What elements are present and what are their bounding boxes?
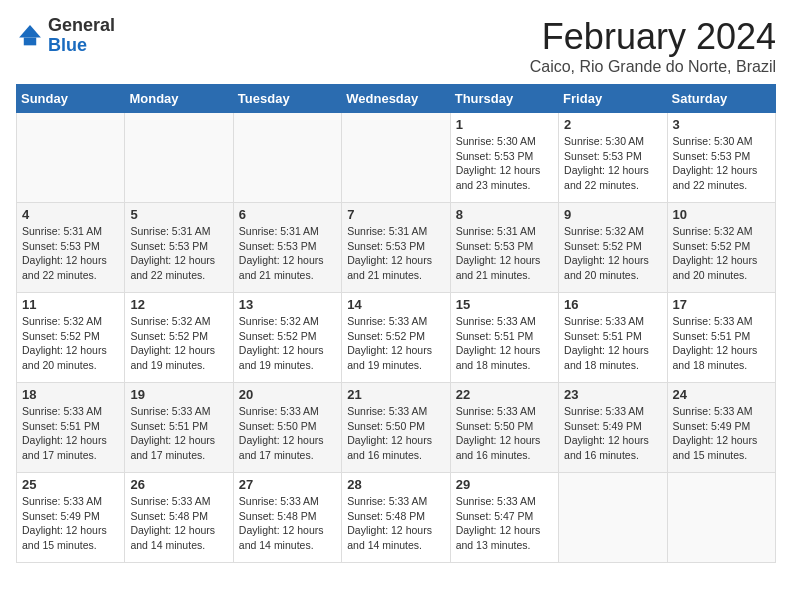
calendar-cell [125, 113, 233, 203]
day-number: 5 [130, 207, 227, 222]
weekday-header: Friday [559, 85, 667, 113]
calendar-cell: 21Sunrise: 5:33 AM Sunset: 5:50 PM Dayli… [342, 383, 450, 473]
calendar-cell [233, 113, 341, 203]
calendar-cell: 10Sunrise: 5:32 AM Sunset: 5:52 PM Dayli… [667, 203, 775, 293]
logo-text: General Blue [48, 16, 115, 56]
day-number: 21 [347, 387, 444, 402]
day-number: 19 [130, 387, 227, 402]
day-info: Sunrise: 5:33 AM Sunset: 5:49 PM Dayligh… [673, 404, 770, 463]
day-number: 18 [22, 387, 119, 402]
day-number: 11 [22, 297, 119, 312]
day-info: Sunrise: 5:31 AM Sunset: 5:53 PM Dayligh… [22, 224, 119, 283]
calendar-cell: 23Sunrise: 5:33 AM Sunset: 5:49 PM Dayli… [559, 383, 667, 473]
calendar-table: SundayMondayTuesdayWednesdayThursdayFrid… [16, 84, 776, 563]
weekday-header: Saturday [667, 85, 775, 113]
weekday-header: Wednesday [342, 85, 450, 113]
day-info: Sunrise: 5:32 AM Sunset: 5:52 PM Dayligh… [564, 224, 661, 283]
logo-icon [16, 22, 44, 50]
day-number: 25 [22, 477, 119, 492]
calendar-cell: 29Sunrise: 5:33 AM Sunset: 5:47 PM Dayli… [450, 473, 558, 563]
day-number: 7 [347, 207, 444, 222]
weekday-header: Monday [125, 85, 233, 113]
calendar-cell: 12Sunrise: 5:32 AM Sunset: 5:52 PM Dayli… [125, 293, 233, 383]
calendar-cell: 5Sunrise: 5:31 AM Sunset: 5:53 PM Daylig… [125, 203, 233, 293]
day-info: Sunrise: 5:30 AM Sunset: 5:53 PM Dayligh… [564, 134, 661, 193]
day-number: 24 [673, 387, 770, 402]
weekday-header: Sunday [17, 85, 125, 113]
calendar-cell: 13Sunrise: 5:32 AM Sunset: 5:52 PM Dayli… [233, 293, 341, 383]
day-number: 8 [456, 207, 553, 222]
logo: General Blue [16, 16, 115, 56]
day-number: 16 [564, 297, 661, 312]
day-info: Sunrise: 5:31 AM Sunset: 5:53 PM Dayligh… [456, 224, 553, 283]
day-info: Sunrise: 5:30 AM Sunset: 5:53 PM Dayligh… [673, 134, 770, 193]
calendar-cell: 28Sunrise: 5:33 AM Sunset: 5:48 PM Dayli… [342, 473, 450, 563]
calendar-cell: 20Sunrise: 5:33 AM Sunset: 5:50 PM Dayli… [233, 383, 341, 473]
day-info: Sunrise: 5:33 AM Sunset: 5:48 PM Dayligh… [347, 494, 444, 553]
day-number: 15 [456, 297, 553, 312]
calendar-cell: 18Sunrise: 5:33 AM Sunset: 5:51 PM Dayli… [17, 383, 125, 473]
calendar-cell: 22Sunrise: 5:33 AM Sunset: 5:50 PM Dayli… [450, 383, 558, 473]
weekday-header: Tuesday [233, 85, 341, 113]
calendar-week-row: 1Sunrise: 5:30 AM Sunset: 5:53 PM Daylig… [17, 113, 776, 203]
day-info: Sunrise: 5:32 AM Sunset: 5:52 PM Dayligh… [673, 224, 770, 283]
day-number: 23 [564, 387, 661, 402]
logo-general: General [48, 15, 115, 35]
calendar-cell: 7Sunrise: 5:31 AM Sunset: 5:53 PM Daylig… [342, 203, 450, 293]
svg-marker-0 [19, 25, 41, 37]
day-number: 4 [22, 207, 119, 222]
calendar-cell: 14Sunrise: 5:33 AM Sunset: 5:52 PM Dayli… [342, 293, 450, 383]
day-number: 12 [130, 297, 227, 312]
day-number: 29 [456, 477, 553, 492]
day-number: 17 [673, 297, 770, 312]
day-info: Sunrise: 5:33 AM Sunset: 5:51 PM Dayligh… [22, 404, 119, 463]
day-info: Sunrise: 5:33 AM Sunset: 5:50 PM Dayligh… [347, 404, 444, 463]
day-info: Sunrise: 5:31 AM Sunset: 5:53 PM Dayligh… [347, 224, 444, 283]
calendar-cell: 19Sunrise: 5:33 AM Sunset: 5:51 PM Dayli… [125, 383, 233, 473]
day-number: 28 [347, 477, 444, 492]
calendar-cell: 24Sunrise: 5:33 AM Sunset: 5:49 PM Dayli… [667, 383, 775, 473]
calendar-cell: 27Sunrise: 5:33 AM Sunset: 5:48 PM Dayli… [233, 473, 341, 563]
day-number: 22 [456, 387, 553, 402]
day-number: 9 [564, 207, 661, 222]
day-info: Sunrise: 5:33 AM Sunset: 5:47 PM Dayligh… [456, 494, 553, 553]
calendar-week-row: 25Sunrise: 5:33 AM Sunset: 5:49 PM Dayli… [17, 473, 776, 563]
calendar-cell: 6Sunrise: 5:31 AM Sunset: 5:53 PM Daylig… [233, 203, 341, 293]
calendar-cell: 15Sunrise: 5:33 AM Sunset: 5:51 PM Dayli… [450, 293, 558, 383]
location-title: Caico, Rio Grande do Norte, Brazil [530, 58, 776, 76]
weekday-header: Thursday [450, 85, 558, 113]
calendar-cell: 17Sunrise: 5:33 AM Sunset: 5:51 PM Dayli… [667, 293, 775, 383]
calendar-cell: 2Sunrise: 5:30 AM Sunset: 5:53 PM Daylig… [559, 113, 667, 203]
calendar-cell: 4Sunrise: 5:31 AM Sunset: 5:53 PM Daylig… [17, 203, 125, 293]
logo-blue: Blue [48, 35, 87, 55]
day-info: Sunrise: 5:33 AM Sunset: 5:49 PM Dayligh… [564, 404, 661, 463]
month-title: February 2024 [530, 16, 776, 58]
calendar-cell: 9Sunrise: 5:32 AM Sunset: 5:52 PM Daylig… [559, 203, 667, 293]
day-number: 10 [673, 207, 770, 222]
day-info: Sunrise: 5:33 AM Sunset: 5:51 PM Dayligh… [456, 314, 553, 373]
title-block: February 2024 Caico, Rio Grande do Norte… [530, 16, 776, 76]
day-info: Sunrise: 5:32 AM Sunset: 5:52 PM Dayligh… [22, 314, 119, 373]
day-number: 2 [564, 117, 661, 132]
day-number: 20 [239, 387, 336, 402]
day-info: Sunrise: 5:33 AM Sunset: 5:52 PM Dayligh… [347, 314, 444, 373]
calendar-cell [342, 113, 450, 203]
day-number: 27 [239, 477, 336, 492]
day-number: 3 [673, 117, 770, 132]
page-header: General Blue February 2024 Caico, Rio Gr… [16, 16, 776, 76]
weekday-header-row: SundayMondayTuesdayWednesdayThursdayFrid… [17, 85, 776, 113]
day-info: Sunrise: 5:32 AM Sunset: 5:52 PM Dayligh… [239, 314, 336, 373]
day-info: Sunrise: 5:30 AM Sunset: 5:53 PM Dayligh… [456, 134, 553, 193]
day-number: 1 [456, 117, 553, 132]
day-number: 13 [239, 297, 336, 312]
calendar-cell: 11Sunrise: 5:32 AM Sunset: 5:52 PM Dayli… [17, 293, 125, 383]
day-info: Sunrise: 5:33 AM Sunset: 5:48 PM Dayligh… [239, 494, 336, 553]
calendar-week-row: 11Sunrise: 5:32 AM Sunset: 5:52 PM Dayli… [17, 293, 776, 383]
calendar-cell: 25Sunrise: 5:33 AM Sunset: 5:49 PM Dayli… [17, 473, 125, 563]
day-info: Sunrise: 5:33 AM Sunset: 5:49 PM Dayligh… [22, 494, 119, 553]
svg-rect-1 [24, 37, 36, 45]
day-info: Sunrise: 5:33 AM Sunset: 5:51 PM Dayligh… [673, 314, 770, 373]
day-info: Sunrise: 5:33 AM Sunset: 5:51 PM Dayligh… [130, 404, 227, 463]
calendar-cell: 1Sunrise: 5:30 AM Sunset: 5:53 PM Daylig… [450, 113, 558, 203]
calendar-week-row: 18Sunrise: 5:33 AM Sunset: 5:51 PM Dayli… [17, 383, 776, 473]
